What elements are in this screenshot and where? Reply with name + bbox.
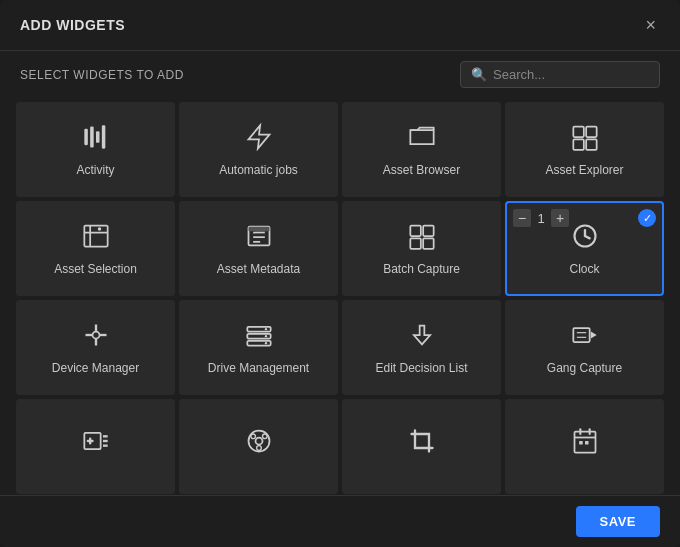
widget-item-widget-14[interactable]	[179, 399, 338, 494]
widget-icon-batch-capture	[408, 222, 436, 254]
counter-value: 1	[535, 211, 547, 226]
svg-rect-58	[585, 441, 589, 445]
svg-rect-7	[586, 126, 597, 137]
widget-item-asset-explorer[interactable]: Asset Explorer	[505, 102, 664, 197]
svg-rect-2	[96, 131, 100, 143]
svg-rect-10	[84, 225, 107, 246]
widget-icon-clock	[571, 222, 599, 254]
widget-item-device-manager[interactable]: Device Manager	[16, 300, 175, 395]
selected-badge: ✓	[638, 209, 656, 227]
widget-label: Asset Metadata	[217, 262, 300, 276]
search-input[interactable]	[493, 67, 649, 82]
svg-point-50	[250, 434, 255, 439]
svg-point-52	[256, 445, 261, 450]
widget-icon-reel	[245, 427, 273, 459]
close-button[interactable]: ×	[641, 14, 660, 36]
widget-icon-drive-management	[245, 321, 273, 353]
widget-item-asset-browser[interactable]: Asset Browser	[342, 102, 501, 197]
svg-rect-57	[579, 441, 583, 445]
dialog-footer: SAVE	[0, 495, 680, 547]
widget-label: Gang Capture	[547, 361, 622, 375]
svg-point-26	[92, 331, 99, 338]
svg-point-49	[255, 437, 262, 444]
widget-label: Clock	[569, 262, 599, 276]
toolbar-label: SELECT WIDGETS TO ADD	[20, 68, 184, 82]
svg-marker-4	[248, 125, 269, 148]
widget-icon-device-manager	[82, 321, 110, 353]
widget-icon-gang-capture	[571, 321, 599, 353]
widget-item-widget-16[interactable]	[505, 399, 664, 494]
widget-item-automatic-jobs[interactable]: Automatic jobs	[179, 102, 338, 197]
widget-item-gang-capture[interactable]: Gang Capture	[505, 300, 664, 395]
widget-item-batch-capture[interactable]: Batch Capture	[342, 201, 501, 296]
svg-point-35	[264, 335, 266, 337]
widget-label: Asset Browser	[383, 163, 460, 177]
svg-point-48	[248, 430, 269, 451]
svg-marker-37	[413, 325, 429, 344]
widget-label: Drive Management	[208, 361, 309, 375]
widget-icon-asset-metadata	[245, 222, 273, 254]
svg-rect-8	[573, 139, 584, 150]
widget-icon-add-media	[82, 427, 110, 459]
decrement-button[interactable]: −	[513, 209, 531, 227]
save-button[interactable]: SAVE	[576, 506, 660, 537]
svg-rect-21	[410, 238, 421, 249]
search-icon: 🔍	[471, 67, 487, 82]
widget-icon-asset-selection	[82, 222, 110, 254]
widget-label: Activity	[76, 163, 114, 177]
widget-icon-activity	[82, 123, 110, 155]
widget-icon-crop	[408, 427, 436, 459]
svg-rect-19	[410, 225, 421, 236]
svg-rect-3	[101, 125, 105, 148]
widget-item-clock[interactable]: − 1 + ✓Clock	[505, 201, 664, 296]
svg-marker-39	[590, 331, 596, 338]
svg-point-13	[97, 227, 101, 231]
toolbar: SELECT WIDGETS TO ADD 🔍	[0, 51, 680, 98]
widget-item-activity[interactable]: Activity	[16, 102, 175, 197]
widget-label: Edit Decision List	[375, 361, 467, 375]
widget-item-asset-selection[interactable]: Asset Selection	[16, 201, 175, 296]
widget-icon-calendar	[571, 427, 599, 459]
widget-item-widget-15[interactable]	[342, 399, 501, 494]
svg-rect-6	[573, 126, 584, 137]
widgets-grid: ActivityAutomatic jobsAsset BrowserAsset…	[0, 98, 680, 495]
widget-label: Device Manager	[52, 361, 139, 375]
svg-rect-20	[423, 225, 434, 236]
widget-label: Asset Explorer	[545, 163, 623, 177]
svg-rect-18	[248, 226, 269, 231]
svg-point-51	[262, 434, 267, 439]
widget-label: Batch Capture	[383, 262, 460, 276]
svg-rect-1	[90, 126, 94, 147]
widget-item-edit-decision-list[interactable]: Edit Decision List	[342, 300, 501, 395]
widget-icon-asset-browser	[408, 123, 436, 155]
widget-icon-automatic-jobs	[245, 123, 273, 155]
svg-rect-0	[84, 128, 88, 144]
search-container: 🔍	[460, 61, 660, 88]
widget-icon-edit-decision-list	[408, 321, 436, 353]
add-widgets-dialog: ADD WIDGETS × SELECT WIDGETS TO ADD 🔍 Ac…	[0, 0, 680, 547]
widget-icon-asset-explorer	[571, 123, 599, 155]
widget-item-widget-13[interactable]	[16, 399, 175, 494]
svg-rect-38	[573, 328, 589, 342]
svg-point-36	[264, 342, 266, 344]
svg-point-34	[264, 328, 266, 330]
widget-label: Asset Selection	[54, 262, 137, 276]
dialog-header: ADD WIDGETS ×	[0, 0, 680, 51]
svg-rect-9	[586, 139, 597, 150]
svg-line-25	[585, 236, 590, 238]
svg-rect-22	[423, 238, 434, 249]
widget-counter: − 1 +	[513, 209, 569, 227]
increment-button[interactable]: +	[551, 209, 569, 227]
widget-item-drive-management[interactable]: Drive Management	[179, 300, 338, 395]
widget-item-asset-metadata[interactable]: Asset Metadata	[179, 201, 338, 296]
dialog-title: ADD WIDGETS	[20, 17, 125, 33]
widget-label: Automatic jobs	[219, 163, 298, 177]
